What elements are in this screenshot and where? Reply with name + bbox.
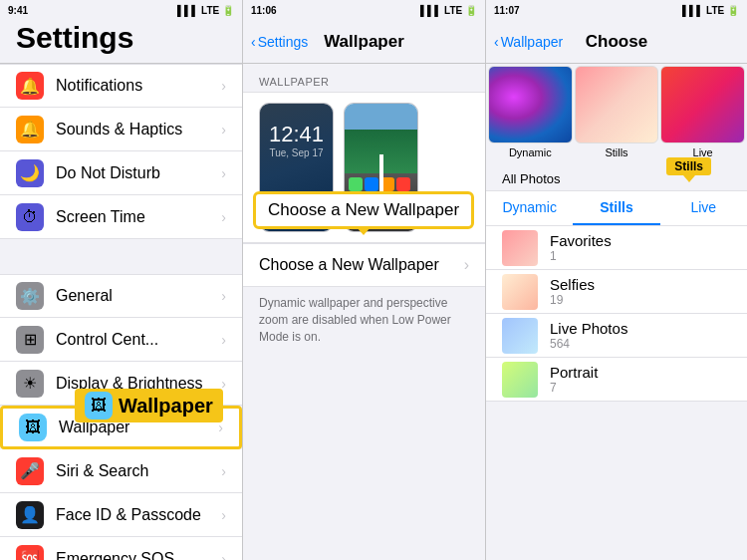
status-bar-2: 11:06 ▌▌▌ LTE 🔋 (243, 0, 485, 20)
dynamic-thumb (488, 66, 573, 143)
wallpaper-callout-icon: 🖼 (85, 392, 113, 420)
emergency-label: Emergency SOS (56, 550, 221, 561)
status-right-2: ▌▌▌ LTE 🔋 (420, 5, 477, 16)
choose-nav-title: Choose (586, 32, 647, 52)
live-photos-info: Live Photos 564 (550, 320, 627, 351)
portrait-thumb (502, 362, 538, 398)
general-icon: ⚙️ (16, 282, 44, 310)
settings-item-general[interactable]: ⚙️ General › (0, 274, 242, 318)
wallpaper-note: Dynamic wallpaper and perspective zoom a… (243, 287, 485, 353)
wallpaper-nav-bar: ‹ Settings Wallpaper (243, 20, 485, 64)
back-chevron-p2: ‹ (251, 34, 256, 50)
favorites-name: Favorites (550, 232, 612, 249)
choose-nav-bar: ‹ Wallpaper Choose (486, 20, 747, 64)
back-button-p2[interactable]: ‹ Settings (251, 34, 308, 50)
settings-item-siri[interactable]: 🎤 Siri & Search › (0, 449, 242, 493)
choose-new-label: Choose a New Wallpaper (259, 256, 439, 274)
tab-dynamic-label: Dynamic (502, 199, 556, 215)
screen-time-label: Screen Time (56, 208, 221, 226)
sounds-label: Sounds & Haptics (56, 121, 221, 139)
portrait-info: Portrait 7 (550, 364, 598, 395)
favorites-info: Favorites 1 (550, 232, 612, 263)
screen-time-chevron: › (221, 209, 226, 225)
bottom-tabs-container: Stills Dynamic Stills Live (486, 190, 747, 226)
favorites-count: 1 (550, 249, 612, 263)
tab-stills[interactable]: Stills (573, 191, 659, 225)
choose-new-button[interactable]: Choose a New Wallpaper › (243, 243, 485, 287)
back-label-p3: Wallpaper (501, 34, 564, 50)
faceid-icon: 👤 (16, 501, 44, 529)
album-list: Favorites 1 Selfies 19 Live Photos 564 (486, 226, 747, 402)
callout-arrow (356, 226, 372, 235)
status-time-2: 11:06 (251, 5, 277, 16)
settings-item-emergency[interactable]: 🆘 Emergency SOS › (0, 537, 242, 560)
status-right-3: ▌▌▌ LTE 🔋 (682, 5, 739, 16)
control-center-chevron: › (221, 332, 226, 348)
sounds-chevron: › (221, 122, 226, 138)
wallpaper-section-label: WALLPAPER (243, 64, 485, 92)
wallpaper-panel: 11:06 ▌▌▌ LTE 🔋 ‹ Settings Wallpaper WAL… (243, 0, 486, 560)
selfies-thumb (502, 274, 538, 310)
lock-time: 12:41 (269, 122, 324, 147)
siri-chevron: › (221, 463, 226, 479)
settings-title: Settings (16, 21, 133, 55)
display-icon: ☀ (16, 370, 44, 398)
album-live-photos[interactable]: Live Photos 564 (486, 314, 747, 358)
settings-section-2: ⚙️ General › ⊞ Control Cent... › ☀ Displ… (0, 274, 242, 560)
tab-live[interactable]: Live (660, 191, 747, 225)
siri-icon: 🎤 (16, 457, 44, 485)
back-button-p3[interactable]: ‹ Wallpaper (494, 34, 563, 50)
stills-label: Stills (575, 143, 659, 161)
general-label: General (56, 287, 221, 305)
settings-item-faceid[interactable]: 👤 Face ID & Passcode › (0, 493, 242, 537)
lock-date: Tue, Sep 17 (269, 147, 323, 158)
faceid-chevron: › (221, 507, 226, 523)
settings-item-notifications[interactable]: 🔔 Notifications › (0, 64, 242, 108)
stills-cell[interactable]: Stills (575, 66, 659, 161)
status-bar-1: 9:41 ▌▌▌ LTE 🔋 (0, 0, 242, 20)
settings-item-control-center[interactable]: ⊞ Control Cent... › (0, 318, 242, 362)
live-cell[interactable]: Live (660, 66, 745, 161)
status-bar-3: 11:07 ▌▌▌ LTE 🔋 (486, 0, 747, 20)
settings-list: 🔔 Notifications › 🔔 Sounds & Haptics › 🌙… (0, 64, 242, 560)
selfies-info: Selfies 19 (550, 276, 595, 307)
wallpaper-callout-label: Wallpaper (119, 395, 213, 418)
back-label-p2: Settings (258, 34, 309, 50)
choose-callout: Choose a New Wallpaper (253, 191, 474, 229)
wallpaper-panel-inner: 11:06 ▌▌▌ LTE 🔋 ‹ Settings Wallpaper WAL… (243, 0, 486, 560)
screen-time-icon: ⏱ (16, 203, 44, 231)
settings-item-screen-time[interactable]: ⏱ Screen Time › (0, 195, 242, 239)
live-thumb (660, 66, 745, 143)
album-selfies[interactable]: Selfies 19 (486, 270, 747, 314)
settings-panel: 9:41 ▌▌▌ LTE 🔋 Settings 🔔 Notifications … (0, 0, 243, 560)
stills-thumb (575, 66, 659, 143)
stills-callout-arrow (683, 175, 695, 182)
album-favorites[interactable]: Favorites 1 (486, 226, 747, 270)
sounds-icon: 🔔 (16, 116, 44, 143)
portrait-count: 7 (550, 381, 598, 395)
choose-new-chevron: › (464, 256, 469, 274)
settings-item-dnd[interactable]: 🌙 Do Not Disturb › (0, 151, 242, 195)
bottom-tabs-row: Dynamic Stills Live (486, 191, 747, 225)
album-portrait[interactable]: Portrait 7 (486, 358, 747, 402)
selfies-count: 19 (550, 293, 595, 307)
wallpaper-icon: 🖼 (19, 414, 47, 441)
tab-stills-label: Stills (600, 199, 632, 215)
back-chevron-p3: ‹ (494, 34, 499, 50)
selfies-name: Selfies (550, 276, 595, 293)
settings-item-wallpaper[interactable]: 🖼 Wallpaper › 🖼 Wallpaper (0, 406, 242, 449)
general-chevron: › (221, 288, 226, 304)
status-time-3: 11:07 (494, 5, 520, 16)
choose-new-wrapper: Choose a New Wallpaper Choose a New Wall… (243, 243, 485, 287)
settings-nav-bar: Settings (0, 20, 242, 64)
status-right-1: ▌▌▌ LTE 🔋 (177, 5, 234, 16)
siri-label: Siri & Search (56, 462, 221, 480)
settings-section-1: 🔔 Notifications › 🔔 Sounds & Haptics › 🌙… (0, 64, 242, 239)
dynamic-cell[interactable]: Dynamic (488, 66, 573, 161)
settings-item-sounds[interactable]: 🔔 Sounds & Haptics › (0, 108, 242, 151)
control-center-icon: ⊞ (16, 326, 44, 354)
stills-callout: Stills (666, 157, 711, 175)
choose-callout-text: Choose a New Wallpaper (268, 200, 459, 219)
dnd-chevron: › (221, 165, 226, 181)
tab-dynamic[interactable]: Dynamic (486, 191, 573, 225)
